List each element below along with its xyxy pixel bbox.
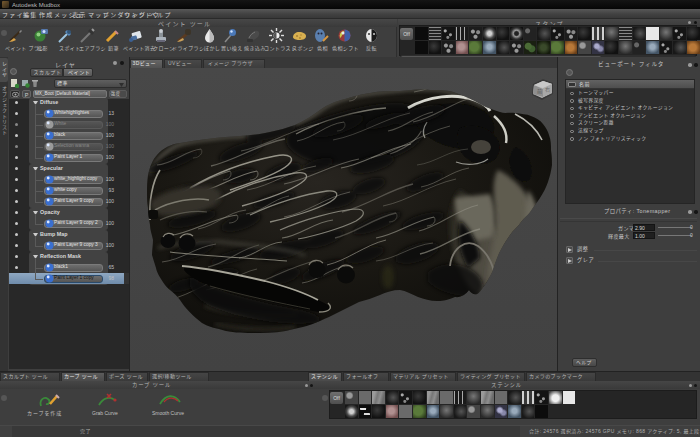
svg-text:前: 前 <box>537 88 542 95</box>
svg-text:右: 右 <box>545 86 550 93</box>
